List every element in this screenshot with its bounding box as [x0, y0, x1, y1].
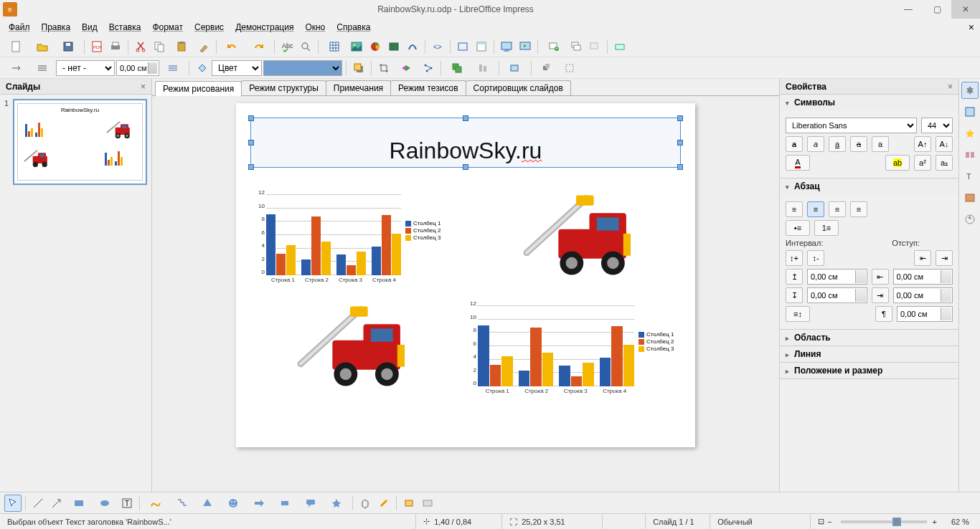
menu-window[interactable]: Окно [299, 20, 331, 34]
properties-panel-close[interactable]: × [948, 82, 953, 92]
spellcheck-button[interactable]: Abc [278, 38, 296, 55]
fill-type-select[interactable]: Цвет [212, 60, 262, 76]
symbol-shapes-tool[interactable] [221, 495, 245, 512]
sidetab-gallery[interactable] [961, 189, 979, 206]
star-tool[interactable] [324, 495, 349, 512]
sidetab-navigator[interactable] [961, 211, 979, 228]
new-slide-button[interactable]: + [542, 38, 566, 55]
align-left-button[interactable]: ≡ [786, 201, 803, 217]
menu-tools[interactable]: Сервис [189, 20, 230, 34]
sidetab-transition[interactable] [961, 146, 979, 163]
shadow-button[interactable] [350, 59, 367, 77]
highlight-button[interactable]: ab [885, 155, 910, 171]
status-zoom-value[interactable]: 62 % [944, 514, 980, 529]
open-button[interactable] [30, 38, 55, 55]
curve-tool[interactable] [143, 495, 168, 512]
strikethrough-button[interactable]: a [850, 136, 867, 152]
find-button[interactable] [297, 38, 314, 55]
distribute-button[interactable] [503, 59, 527, 77]
line-spacing-button[interactable]: ≡↕ [786, 306, 810, 322]
fontwork-button[interactable] [404, 38, 421, 55]
minimize-button[interactable]: — [894, 0, 923, 19]
select-tool[interactable] [4, 495, 22, 512]
indent-before-input[interactable]: 0,00 см [893, 269, 953, 285]
underline-button[interactable]: a [829, 136, 846, 152]
indent-after-input[interactable]: 0,00 см [893, 287, 953, 303]
filter-button[interactable] [394, 59, 418, 77]
sidetab-animation[interactable] [961, 125, 979, 142]
section-position-header[interactable]: Положение и размер [780, 363, 958, 378]
slide-canvas[interactable]: RainbowSky.ru 121086420 Строка 1Строка 2… [152, 96, 779, 492]
close-doc-button[interactable]: × [969, 22, 974, 33]
increase-font-button[interactable]: A↑ [914, 136, 931, 152]
glue-point-tool[interactable] [375, 495, 392, 512]
zoom-slider[interactable] [841, 520, 927, 523]
tab-notes[interactable]: Примечания [326, 80, 391, 95]
delete-slide-button[interactable] [586, 38, 603, 55]
truck-image-1[interactable] [523, 186, 656, 286]
section-line-header[interactable]: Линия [780, 346, 958, 362]
connector-tool[interactable] [169, 495, 194, 512]
slide-thumb[interactable]: RainbowSky.ru [13, 99, 147, 185]
paste-button[interactable] [169, 38, 194, 55]
format-paintbrush-button[interactable] [195, 38, 212, 55]
arrow-shapes-tool[interactable] [247, 495, 271, 512]
truck-image-2[interactable] [297, 297, 430, 397]
chart-button[interactable] [367, 38, 384, 55]
line-color-button[interactable] [161, 59, 185, 77]
show-draw-functions-tool[interactable] [419, 495, 436, 512]
start-presentation-button[interactable] [498, 38, 515, 55]
align-justify-button[interactable]: ≡ [850, 201, 867, 217]
spacing-inc-button[interactable]: ↕+ [786, 250, 803, 266]
slide-title-text[interactable]: RainbowSky.ru [236, 138, 695, 164]
chart-object-1[interactable]: 121086420 Строка 1Строка 2Строка 3Строка… [250, 189, 451, 290]
menu-help[interactable]: Справка [331, 20, 376, 34]
sidetab-properties[interactable] [961, 82, 979, 99]
menu-slideshow[interactable]: Демонстрация [230, 20, 299, 34]
align-right-button[interactable]: ≡ [829, 201, 846, 217]
copy-button[interactable] [151, 38, 168, 55]
italic-button[interactable]: a [807, 136, 824, 152]
spacing-dec-button[interactable]: ↕- [807, 250, 824, 266]
bullet-list-button[interactable]: •≡ [786, 220, 810, 236]
interaction-button[interactable] [611, 38, 628, 55]
start-current-slide-button[interactable] [517, 38, 534, 55]
close-button[interactable]: ✕ [951, 0, 980, 19]
tab-sorter[interactable]: Сортировщик слайдов [466, 80, 571, 95]
font-color-button[interactable]: A [786, 155, 810, 171]
print-button[interactable] [107, 38, 124, 55]
redo-button[interactable] [246, 38, 270, 55]
font-size-select[interactable]: 44 [921, 118, 953, 133]
maximize-button[interactable]: ▢ [923, 0, 951, 19]
rectangle-tool[interactable] [67, 495, 91, 512]
align-button[interactable] [471, 59, 495, 77]
ellipse-tool[interactable] [93, 495, 117, 512]
master-button[interactable] [454, 38, 471, 55]
menu-view[interactable]: Вид [76, 20, 103, 34]
hyperlink-button[interactable]: <> [429, 38, 446, 55]
new-button[interactable] [4, 38, 29, 55]
export-pdf-button[interactable]: PDF [88, 38, 105, 55]
section-symbols-header[interactable]: Символы [780, 95, 958, 110]
fill-color-select[interactable] [263, 60, 342, 76]
align-center-button[interactable]: ≡ [807, 201, 824, 217]
arrange-button[interactable] [445, 59, 469, 77]
status-page-style[interactable]: Обычный [710, 514, 811, 529]
line-arrow-tool[interactable] [48, 495, 65, 512]
3d-button[interactable] [535, 59, 560, 77]
crop-button[interactable] [375, 59, 392, 77]
bold-button[interactable]: a [786, 136, 803, 152]
cut-button[interactable] [132, 38, 149, 55]
slide[interactable]: RainbowSky.ru 121086420 Строка 1Строка 2… [236, 103, 695, 447]
table-button[interactable] [322, 38, 347, 55]
superscript-button[interactable]: a² [914, 155, 931, 171]
callout-tool[interactable] [298, 495, 323, 512]
image-button[interactable] [348, 38, 365, 55]
arrow-style-button[interactable] [4, 59, 29, 77]
undo-button[interactable] [220, 38, 245, 55]
textbox-tool[interactable]: T [118, 495, 136, 512]
points-button[interactable] [420, 59, 437, 77]
line-style-select[interactable]: - нет - [56, 60, 115, 76]
number-list-button[interactable]: 1≡ [814, 220, 839, 236]
basic-shapes-tool[interactable] [195, 495, 220, 512]
